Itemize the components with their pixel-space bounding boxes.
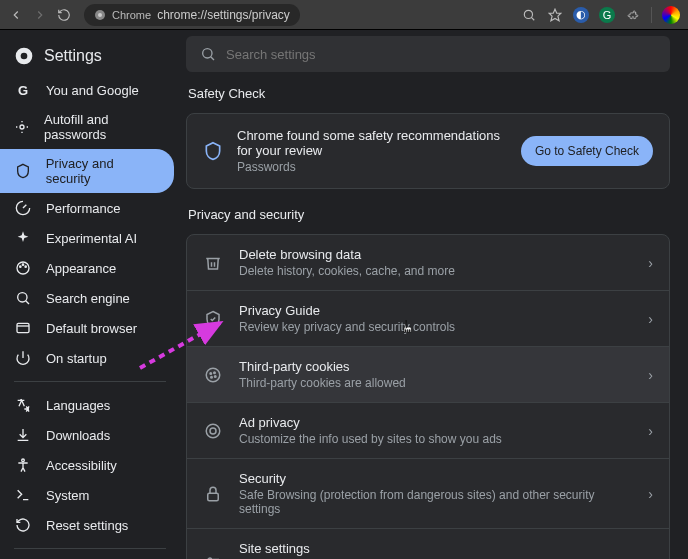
trash-icon <box>203 254 223 272</box>
sidebar-item-you-google[interactable]: G You and Google <box>0 76 174 105</box>
spark-icon <box>14 230 32 246</box>
svg-point-29 <box>210 428 216 434</box>
sidebar-item-label: Privacy and security <box>46 156 160 186</box>
google-g-icon: G <box>14 83 32 98</box>
omnibox-url: chrome://settings/privacy <box>157 8 290 22</box>
zoom-icon[interactable] <box>521 7 537 23</box>
sidebar-item-label: Experimental AI <box>46 231 137 246</box>
chevron-right-icon: › <box>648 486 653 502</box>
row-primary: Ad privacy <box>239 415 632 430</box>
omnibox[interactable]: Chrome chrome://settings/privacy <box>84 4 300 26</box>
sidebar-item-label: Reset settings <box>46 518 128 533</box>
sidebar-item-privacy[interactable]: Privacy and security <box>0 149 174 193</box>
safety-primary: Chrome found some safety recommendations… <box>237 128 507 158</box>
download-icon <box>14 427 32 443</box>
sidebar-item-label: Default browser <box>46 321 137 336</box>
chevron-right-icon: › <box>648 556 653 560</box>
safety-secondary: Passwords <box>237 160 507 174</box>
svg-point-26 <box>211 376 213 378</box>
back-button[interactable] <box>8 7 24 23</box>
sidebar-item-languages[interactable]: Languages <box>0 390 174 420</box>
sidebar-item-downloads[interactable]: Downloads <box>0 420 174 450</box>
row-secondary: Third-party cookies are allowed <box>239 376 632 390</box>
chevron-right-icon: › <box>648 255 653 271</box>
row-site-settings[interactable]: Site settings Controls what information … <box>187 528 669 559</box>
sidebar-item-default-browser[interactable]: Default browser <box>0 313 174 343</box>
row-delete-browsing-data[interactable]: Delete browsing data Delete history, coo… <box>187 235 669 290</box>
sidebar-item-performance[interactable]: Performance <box>0 193 174 223</box>
row-privacy-guide[interactable]: Privacy Guide Review key privacy and sec… <box>187 290 669 346</box>
shield-check-icon <box>203 310 223 328</box>
svg-line-14 <box>26 301 29 304</box>
tune-icon <box>203 555 223 560</box>
svg-point-17 <box>22 459 25 462</box>
row-third-party-cookies[interactable]: Third-party cookies Third-party cookies … <box>187 346 669 402</box>
bookmark-icon[interactable] <box>547 7 563 23</box>
cookie-icon <box>203 366 223 384</box>
chevron-right-icon: › <box>648 367 653 383</box>
chevron-right-icon: › <box>648 311 653 327</box>
system-icon <box>14 487 32 503</box>
safety-check-card: Chrome found some safety recommendations… <box>186 113 670 189</box>
svg-point-25 <box>214 372 216 374</box>
sidebar-item-label: Performance <box>46 201 120 216</box>
row-secondary: Safe Browsing (protection from dangerous… <box>239 488 632 516</box>
settings-title: Settings <box>44 47 102 65</box>
svg-point-7 <box>20 125 24 129</box>
sidebar-item-accessibility[interactable]: Accessibility <box>0 450 174 480</box>
search-input[interactable] <box>226 47 656 62</box>
svg-point-11 <box>22 264 23 265</box>
sidebar-item-reset[interactable]: Reset settings <box>0 510 174 540</box>
lock-icon <box>203 485 223 503</box>
row-primary: Security <box>239 471 632 486</box>
sidebar-item-label: Languages <box>46 398 110 413</box>
row-primary: Privacy Guide <box>239 303 632 318</box>
svg-point-13 <box>18 293 27 302</box>
sidebar-divider <box>14 548 166 549</box>
svg-point-6 <box>21 53 28 60</box>
profile-avatar[interactable] <box>662 6 680 24</box>
extension-icon-2[interactable]: G <box>599 7 615 23</box>
autofill-icon <box>14 119 30 135</box>
sidebar-item-label: Autofill and passwords <box>44 112 160 142</box>
extension-icon-1[interactable]: ◐ <box>573 7 589 23</box>
svg-point-28 <box>206 424 220 438</box>
settings-sidebar: Settings G You and Google Autofill and p… <box>0 30 180 559</box>
extensions-button[interactable] <box>625 7 641 23</box>
svg-point-1 <box>98 13 102 17</box>
sidebar-item-label: System <box>46 488 89 503</box>
svg-point-23 <box>206 368 220 382</box>
speed-icon <box>14 200 32 216</box>
chevron-right-icon: › <box>648 423 653 439</box>
power-icon <box>14 350 32 366</box>
sidebar-item-search-engine[interactable]: Search engine <box>0 283 174 313</box>
shield-icon <box>14 163 32 179</box>
sidebar-item-system[interactable]: System <box>0 480 174 510</box>
sidebar-item-on-startup[interactable]: On startup <box>0 343 174 373</box>
settings-content: Safety Check Chrome found some safety re… <box>180 30 688 559</box>
go-to-safety-check-button[interactable]: Go to Safety Check <box>521 136 653 166</box>
sidebar-item-autofill[interactable]: Autofill and passwords <box>0 105 174 149</box>
ads-icon <box>203 422 223 440</box>
row-secondary: Review key privacy and security controls <box>239 320 632 334</box>
svg-rect-30 <box>208 493 219 501</box>
row-ad-privacy[interactable]: Ad privacy Customize the info used by si… <box>187 402 669 458</box>
section-title-safety: Safety Check <box>188 86 670 101</box>
sidebar-item-appearance[interactable]: Appearance <box>0 253 174 283</box>
forward-button[interactable] <box>32 7 48 23</box>
sidebar-item-experimental-ai[interactable]: Experimental AI <box>0 223 174 253</box>
row-secondary: Customize the info used by sites to show… <box>239 432 632 446</box>
sidebar-item-label: Appearance <box>46 261 116 276</box>
settings-search[interactable] <box>186 36 670 72</box>
palette-icon <box>14 260 32 276</box>
svg-line-8 <box>23 205 26 208</box>
shield-icon <box>203 141 223 161</box>
svg-point-24 <box>210 372 212 374</box>
accessibility-icon <box>14 457 32 473</box>
sidebar-item-label: On startup <box>46 351 107 366</box>
section-title-privacy: Privacy and security <box>188 207 670 222</box>
language-icon <box>14 397 32 413</box>
browser-icon <box>14 320 32 336</box>
row-security[interactable]: Security Safe Browsing (protection from … <box>187 458 669 528</box>
reload-button[interactable] <box>56 7 72 23</box>
